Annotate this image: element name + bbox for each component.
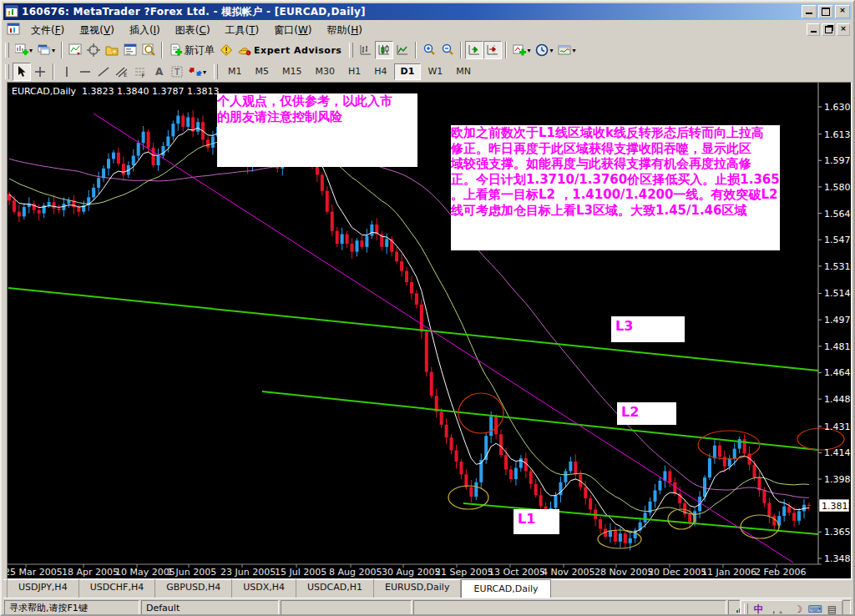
auto-scroll-icon xyxy=(468,43,481,57)
text-icon: A xyxy=(152,65,165,78)
timeframe-W1[interactable]: W1 xyxy=(421,63,449,80)
mdi-restore-button[interactable] xyxy=(822,23,835,36)
dropdown-caret: ▾ xyxy=(527,47,530,54)
menu-H[interactable]: 帮助(H) xyxy=(320,22,370,38)
data-window-button[interactable] xyxy=(121,41,139,59)
chart-tab-USDXH4[interactable]: USDX,H4 xyxy=(232,579,296,598)
toolbar-grip[interactable] xyxy=(214,64,218,79)
candlestick-chart-button[interactable] xyxy=(375,41,393,59)
chart-tab-EURCADDaily[interactable]: EURCAD,Daily xyxy=(461,579,550,598)
indicators-button[interactable]: ▾ xyxy=(510,41,533,59)
chart-shift-button[interactable] xyxy=(483,41,502,59)
crosshair-tool-button[interactable] xyxy=(31,63,49,81)
chart-tab-GBPUSDH4[interactable]: GBPUSD,H4 xyxy=(155,579,232,598)
expert-advisors-button[interactable]: Expert Advisors xyxy=(235,41,344,59)
svg-text:1.5805: 1.5805 xyxy=(824,182,851,193)
clock-icon xyxy=(535,43,549,57)
svg-text:1.4810: 1.4810 xyxy=(824,341,851,352)
menu-T[interactable]: 工具(T) xyxy=(218,22,267,38)
chart-tab-USDCHFH4[interactable]: USDCHF,H4 xyxy=(79,579,156,598)
ime-halfwidth-icon[interactable]: ☽ xyxy=(794,603,803,616)
toolbar-separator xyxy=(505,42,507,58)
chart-tab-bar: USDJPY,H4USDCHF,H4GBPUSD,H4USDX,H4USDCAD… xyxy=(3,579,852,598)
mdi-minimize-button[interactable] xyxy=(807,23,820,36)
chart-window[interactable]: EURCAD,Daily 1.3823 1.3840 1.3787 1.3813… xyxy=(7,82,852,579)
timeframe-M15[interactable]: M15 xyxy=(276,63,309,80)
ime-language-icon[interactable]: 中 xyxy=(754,603,764,616)
timeframe-buttons: M1M5M15M30H1H4D1W1MN xyxy=(221,63,478,80)
cursor-button[interactable] xyxy=(13,63,31,81)
bar-chart-icon xyxy=(359,43,372,57)
ime-keyboard-icon[interactable]: ⌨ xyxy=(807,603,822,616)
text-label-button[interactable]: T xyxy=(168,63,186,81)
timeframe-MN[interactable]: MN xyxy=(449,63,478,80)
ime-grip[interactable] xyxy=(744,603,748,615)
auto-scroll-button[interactable] xyxy=(465,41,483,59)
vertical-line-button[interactable] xyxy=(58,63,76,81)
ime-language-bar[interactable]: 中 ，。 ☽ ⌨ ▤ xyxy=(740,599,843,616)
chart-window-icon[interactable] xyxy=(7,23,20,36)
maximize-button[interactable] xyxy=(818,5,833,18)
svg-text:1.6135: 1.6135 xyxy=(824,129,851,140)
zoom-out-button[interactable] xyxy=(438,41,457,59)
zoom-in-button[interactable] xyxy=(420,41,438,59)
chart-tab-USDCADH1[interactable]: USDCAD,H1 xyxy=(296,579,374,598)
arrows-button[interactable]: ▾ xyxy=(186,63,209,81)
line-chart-button[interactable] xyxy=(393,41,412,59)
toolbar-grip[interactable] xyxy=(5,64,9,79)
new-order-button[interactable]: 新订单 xyxy=(166,41,217,59)
minimize-button[interactable] xyxy=(802,5,817,18)
svg-text:21 Sep 2005: 21 Sep 2005 xyxy=(435,567,493,578)
title-bar[interactable]: 160676: MetaTrader ?Forex Ltd. - 模拟帐户 - … xyxy=(3,3,852,20)
status-profile[interactable]: Default xyxy=(141,600,279,615)
favorites-button[interactable] xyxy=(103,41,121,59)
templates-button[interactable]: ▾ xyxy=(555,41,578,59)
svg-text:1.3485: 1.3485 xyxy=(824,553,851,564)
ime-menu-icon[interactable]: ▤ xyxy=(827,603,837,616)
data-window-icon xyxy=(124,43,137,57)
timeframe-M30[interactable]: M30 xyxy=(309,63,342,80)
alerts-button[interactable] xyxy=(217,41,235,59)
chart-tab-EURUSDDaily[interactable]: EURUSD,Daily xyxy=(374,579,461,598)
trendline-button[interactable] xyxy=(94,63,113,81)
crosshair-icon xyxy=(33,65,47,78)
standard-toolbar: ▾ ▾ 新订单 Expert Advisors ▾ ▾ ▾ xyxy=(3,38,852,63)
toolbar-grip[interactable] xyxy=(5,43,9,58)
svg-text:E: E xyxy=(124,72,127,78)
expert-advisors-label: Expert Advisors xyxy=(254,45,341,56)
toolbar-grip[interactable] xyxy=(349,43,353,58)
chart-tab-USDJPYH4[interactable]: USDJPY,H4 xyxy=(7,579,79,598)
ime-punctuation-icon[interactable]: ，。 xyxy=(769,603,789,616)
timeframe-D1[interactable]: D1 xyxy=(394,63,422,80)
crosshair-target-icon xyxy=(87,43,100,57)
timeframe-H1[interactable]: H1 xyxy=(341,63,367,80)
timeframe-M1[interactable]: M1 xyxy=(221,63,249,80)
equidistant-channel-button[interactable]: E xyxy=(113,63,131,81)
timeframe-M5[interactable]: M5 xyxy=(249,63,276,80)
expert-advisor-hat-icon xyxy=(238,43,251,57)
menu-W[interactable]: 窗口(W) xyxy=(266,22,319,38)
periods-button[interactable]: ▾ xyxy=(533,41,555,59)
chart-profiles-button[interactable]: ▾ xyxy=(35,41,58,59)
text-button[interactable]: A xyxy=(149,63,168,81)
menu-C[interactable]: 图表(C) xyxy=(168,22,218,38)
tick-chart-button[interactable] xyxy=(66,41,84,59)
menu-V[interactable]: 显视(V) xyxy=(72,22,122,38)
mdi-close-button[interactable]: × xyxy=(837,23,850,36)
menu-I[interactable]: 插入(I) xyxy=(122,22,168,38)
close-button[interactable]: × xyxy=(835,5,850,18)
horizontal-line-button[interactable] xyxy=(76,63,94,81)
timeframe-H4[interactable]: H4 xyxy=(367,63,393,80)
crosshair-button[interactable] xyxy=(84,41,103,59)
tick-chart-icon xyxy=(68,43,82,57)
search-button[interactable] xyxy=(139,41,158,59)
new-chart-button[interactable]: ▾ xyxy=(13,41,35,59)
dropdown-caret: ▾ xyxy=(29,47,33,54)
L3-channel-line xyxy=(8,288,818,371)
menu-F[interactable]: 文件(F) xyxy=(23,22,72,38)
svg-text:1.4310: 1.4310 xyxy=(824,422,851,432)
fibonacci-button[interactable]: F xyxy=(131,63,149,81)
bar-chart-button[interactable] xyxy=(357,41,375,59)
new-order-icon xyxy=(169,43,182,57)
svg-text:4 Nov 2005: 4 Nov 2005 xyxy=(542,567,594,578)
